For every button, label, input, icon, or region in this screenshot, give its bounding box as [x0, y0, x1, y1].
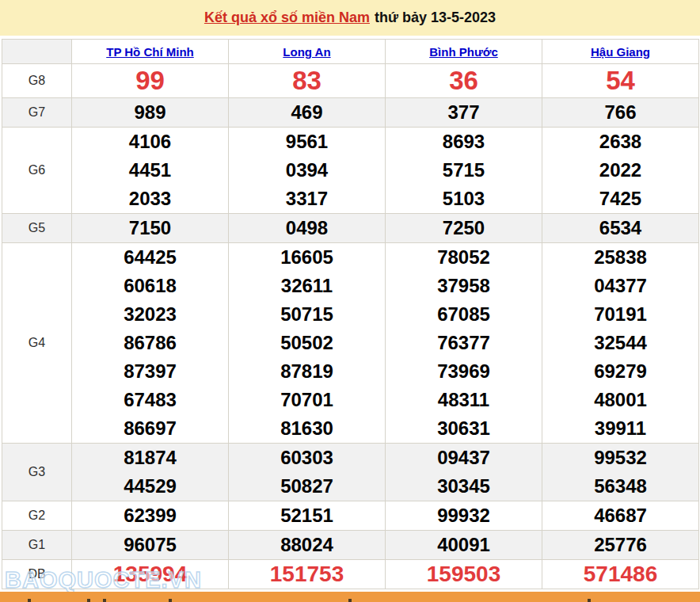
- prize-label-G3: G3: [2, 444, 72, 501]
- prize-cell-G3-col2: 0943730345: [386, 444, 542, 501]
- lottery-results-table: TP Hồ Chí Minh Long An Bình Phước Hậu Gi…: [2, 39, 699, 589]
- prize-number: 76377: [386, 329, 542, 357]
- column-header-binhphuoc: Bình Phước: [386, 40, 542, 64]
- cutoff-text-mark: [169, 599, 172, 602]
- prize-number: 83: [229, 64, 385, 97]
- prize-number: 60303: [229, 444, 385, 472]
- prize-row-G3: G381874445296030350827094373034599532563…: [2, 444, 699, 501]
- prize-number: 88024: [229, 531, 385, 559]
- prize-number: 46687: [542, 501, 698, 530]
- prize-number: 4106: [72, 128, 228, 156]
- prize-number: 54: [542, 64, 698, 97]
- cutoff-text-mark: [28, 599, 31, 602]
- page-header-banner: Kết quả xổ số miền Nam thứ bảy 13-5-2023: [0, 0, 700, 36]
- prize-label-G6: G6: [2, 128, 72, 214]
- prize-number: 5103: [386, 185, 542, 213]
- prize-number: 989: [72, 98, 228, 127]
- prize-cell-G1-col2: 40091: [386, 531, 542, 560]
- prize-cell-G4-col0: 64425606183202386786873976748386697: [72, 243, 229, 444]
- title-date: thứ bảy 13-5-2023: [375, 10, 496, 26]
- prize-number: 7150: [72, 214, 228, 242]
- prize-number: 48001: [542, 386, 698, 414]
- prize-number: 99932: [386, 501, 542, 530]
- prize-number: 0394: [229, 156, 385, 185]
- prize-number: 99532: [542, 444, 698, 472]
- prize-number: 96075: [72, 531, 228, 559]
- prize-number: 571486: [542, 560, 698, 589]
- prize-cell-G4-col2: 78052379586708576377739694831130631: [386, 243, 542, 444]
- prize-row-G8: G899833654: [2, 64, 699, 98]
- prize-number: 16605: [229, 243, 385, 272]
- prize-number: 5715: [386, 156, 542, 185]
- prize-cell-G2-col0: 62399: [72, 501, 229, 531]
- prize-label-G7: G7: [2, 98, 72, 128]
- prize-number: 50715: [229, 300, 385, 329]
- prize-number: 78052: [386, 243, 542, 272]
- prize-number: 39911: [542, 414, 698, 443]
- prize-number: 2022: [542, 156, 698, 185]
- prize-number: 4451: [72, 156, 228, 185]
- prize-number: 25838: [542, 243, 698, 272]
- prize-number: 2033: [72, 185, 228, 213]
- prize-number: 3317: [229, 185, 385, 213]
- prize-number: 44529: [72, 472, 228, 501]
- prize-number: 86697: [72, 414, 228, 443]
- prize-cell-G2-col2: 99932: [386, 501, 542, 531]
- prize-number: 32544: [542, 329, 698, 357]
- prize-cell-G4-col1: 16605326115071550502878197070181630: [229, 243, 386, 444]
- prize-number: 32023: [72, 300, 228, 329]
- prize-number: 8693: [386, 128, 542, 156]
- prize-number: 151753: [229, 560, 385, 589]
- prize-cell-ĐB-col2: 159503: [386, 560, 542, 589]
- prize-cell-G7-col2: 377: [386, 98, 542, 128]
- prize-number: 0498: [229, 214, 385, 242]
- prize-cell-G1-col3: 25776: [542, 531, 699, 560]
- province-link-haugiang[interactable]: Hậu Giang: [591, 45, 650, 59]
- prize-number: 73969: [386, 357, 542, 386]
- province-link-longan[interactable]: Long An: [283, 45, 330, 59]
- prize-label-ĐB: ĐB: [2, 560, 72, 589]
- prize-cell-G6-col0: 410644512033: [72, 128, 229, 214]
- prize-cell-G6-col2: 869357155103: [386, 128, 542, 214]
- prize-number: 7425: [542, 185, 698, 213]
- prize-cell-G2-col1: 52151: [229, 501, 386, 531]
- prize-number: 62399: [72, 501, 228, 530]
- prize-number: 87819: [229, 357, 385, 386]
- prize-number: 159503: [386, 560, 542, 589]
- prize-number: 766: [542, 98, 698, 127]
- prize-number: 50502: [229, 329, 385, 357]
- prize-row-G5: G57150049872506534: [2, 214, 699, 243]
- cutoff-text-mark: [87, 599, 90, 602]
- prize-row-ĐB: ĐB135994151753159503571486: [2, 560, 699, 589]
- prize-cell-G3-col0: 8187444529: [72, 444, 229, 501]
- prize-label-G8: G8: [2, 64, 72, 98]
- province-link-binhphuoc[interactable]: Bình Phước: [429, 45, 498, 59]
- prize-label-G5: G5: [2, 214, 72, 243]
- prize-number: 86786: [72, 329, 228, 357]
- prize-number: 30631: [386, 414, 542, 443]
- prize-number: 52151: [229, 501, 385, 530]
- prize-number: 7250: [386, 214, 542, 242]
- title-link[interactable]: Kết quả xổ số miền Nam: [204, 10, 370, 26]
- prize-number: 469: [229, 98, 385, 127]
- cutoff-text-mark: [588, 599, 591, 602]
- prize-cell-G1-col1: 88024: [229, 531, 386, 560]
- prize-number: 69279: [542, 357, 698, 386]
- prize-number: 25776: [542, 531, 698, 559]
- prize-cell-G8-col3: 54: [542, 64, 699, 98]
- prize-cell-G2-col3: 46687: [542, 501, 699, 531]
- prize-row-G7: G7989469377766: [2, 98, 699, 128]
- prize-number: 81630: [229, 414, 385, 443]
- prize-number: 48311: [386, 386, 542, 414]
- prize-cell-G6-col1: 956103943317: [229, 128, 386, 214]
- prize-cell-G7-col3: 766: [542, 98, 699, 128]
- prize-number: 56348: [542, 472, 698, 501]
- prize-number: 04377: [542, 272, 698, 300]
- prize-cell-G3-col3: 9953256348: [542, 444, 699, 501]
- cutoff-text-mark: [103, 599, 106, 602]
- prize-cell-G1-col0: 96075: [72, 531, 229, 560]
- province-link-tphcm[interactable]: TP Hồ Chí Minh: [106, 45, 194, 59]
- prize-cell-G4-col3: 25838043777019132544692794800139911: [542, 243, 699, 444]
- prize-number: 64425: [72, 243, 228, 272]
- prize-cell-G5-col3: 6534: [542, 214, 699, 243]
